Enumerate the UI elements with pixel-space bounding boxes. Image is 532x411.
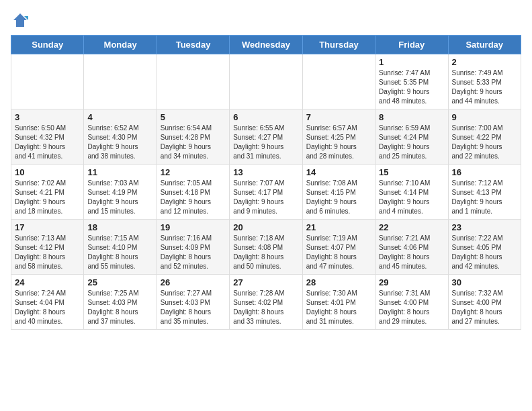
- day-info: Sunrise: 6:50 AM Sunset: 4:32 PM Dayligh…: [15, 124, 80, 161]
- calendar-cell: 2Sunrise: 7:49 AM Sunset: 5:33 PM Daylig…: [448, 54, 521, 109]
- weekday-header: Sunday: [11, 36, 84, 54]
- day-info: Sunrise: 7:49 AM Sunset: 5:33 PM Dayligh…: [452, 68, 517, 106]
- calendar-cell: 28Sunrise: 7:30 AM Sunset: 4:01 PM Dayli…: [302, 275, 375, 330]
- day-number: 14: [306, 167, 371, 177]
- day-info: Sunrise: 6:52 AM Sunset: 4:30 PM Dayligh…: [87, 124, 152, 161]
- calendar-cell: [11, 54, 84, 109]
- calendar-cell: 1Sunrise: 7:47 AM Sunset: 5:35 PM Daylig…: [375, 54, 448, 109]
- calendar-cell: 5Sunrise: 6:54 AM Sunset: 4:28 PM Daylig…: [157, 109, 229, 165]
- day-info: Sunrise: 6:59 AM Sunset: 4:24 PM Dayligh…: [379, 124, 444, 161]
- day-number: 11: [87, 167, 152, 177]
- day-info: Sunrise: 7:03 AM Sunset: 4:19 PM Dayligh…: [87, 179, 152, 216]
- calendar-cell: 13Sunrise: 7:07 AM Sunset: 4:17 PM Dayli…: [230, 165, 302, 220]
- day-info: Sunrise: 6:55 AM Sunset: 4:27 PM Dayligh…: [233, 124, 298, 161]
- day-number: 23: [452, 222, 517, 232]
- calendar-cell: 15Sunrise: 7:10 AM Sunset: 4:14 PM Dayli…: [375, 165, 448, 220]
- day-info: Sunrise: 7:30 AM Sunset: 4:01 PM Dayligh…: [306, 289, 371, 326]
- day-info: Sunrise: 6:54 AM Sunset: 4:28 PM Dayligh…: [161, 124, 226, 161]
- day-number: 2: [452, 57, 517, 67]
- calendar-cell: 8Sunrise: 6:59 AM Sunset: 4:24 PM Daylig…: [375, 109, 448, 165]
- day-number: 27: [233, 277, 298, 287]
- calendar-table: SundayMondayTuesdayWednesdayThursdayFrid…: [11, 35, 521, 330]
- calendar-cell: 17Sunrise: 7:13 AM Sunset: 4:12 PM Dayli…: [11, 220, 84, 275]
- calendar-cell: 14Sunrise: 7:08 AM Sunset: 4:15 PM Dayli…: [302, 165, 375, 220]
- day-info: Sunrise: 6:57 AM Sunset: 4:25 PM Dayligh…: [306, 124, 371, 161]
- calendar-cell: 7Sunrise: 6:57 AM Sunset: 4:25 PM Daylig…: [302, 109, 375, 165]
- day-info: Sunrise: 7:18 AM Sunset: 4:08 PM Dayligh…: [233, 234, 298, 271]
- calendar-cell: 4Sunrise: 6:52 AM Sunset: 4:30 PM Daylig…: [84, 109, 157, 165]
- day-number: 28: [306, 277, 371, 287]
- weekday-header: Saturday: [448, 36, 521, 54]
- calendar-cell: [84, 54, 157, 109]
- calendar-cell: 20Sunrise: 7:18 AM Sunset: 4:08 PM Dayli…: [230, 220, 302, 275]
- calendar-cell: 6Sunrise: 6:55 AM Sunset: 4:27 PM Daylig…: [230, 109, 302, 165]
- calendar-cell: 12Sunrise: 7:05 AM Sunset: 4:18 PM Dayli…: [157, 165, 229, 220]
- calendar-week-row: 24Sunrise: 7:24 AM Sunset: 4:04 PM Dayli…: [11, 275, 521, 330]
- day-number: 30: [452, 277, 517, 287]
- calendar-cell: 19Sunrise: 7:16 AM Sunset: 4:09 PM Dayli…: [157, 220, 229, 275]
- calendar-cell: 3Sunrise: 6:50 AM Sunset: 4:32 PM Daylig…: [11, 109, 84, 165]
- day-number: 10: [15, 167, 80, 177]
- day-number: 5: [161, 112, 226, 122]
- day-info: Sunrise: 7:47 AM Sunset: 5:35 PM Dayligh…: [379, 68, 444, 106]
- weekday-header: Tuesday: [157, 36, 229, 54]
- day-info: Sunrise: 7:28 AM Sunset: 4:02 PM Dayligh…: [233, 289, 298, 326]
- day-number: 8: [379, 112, 444, 122]
- day-number: 3: [15, 112, 80, 122]
- day-number: 16: [452, 167, 517, 177]
- day-number: 1: [379, 57, 444, 67]
- day-info: Sunrise: 7:32 AM Sunset: 4:00 PM Dayligh…: [452, 289, 517, 326]
- day-number: 20: [233, 222, 298, 232]
- calendar-cell: 27Sunrise: 7:28 AM Sunset: 4:02 PM Dayli…: [230, 275, 302, 330]
- day-number: 7: [306, 112, 371, 122]
- calendar-week-row: 10Sunrise: 7:02 AM Sunset: 4:21 PM Dayli…: [11, 165, 521, 220]
- calendar-body: 1Sunrise: 7:47 AM Sunset: 5:35 PM Daylig…: [11, 54, 521, 330]
- day-info: Sunrise: 7:13 AM Sunset: 4:12 PM Dayligh…: [15, 234, 80, 271]
- day-info: Sunrise: 7:24 AM Sunset: 4:04 PM Dayligh…: [15, 289, 80, 326]
- day-number: 19: [161, 222, 226, 232]
- calendar-cell: [302, 54, 375, 109]
- day-info: Sunrise: 7:02 AM Sunset: 4:21 PM Dayligh…: [15, 179, 80, 216]
- calendar-cell: 9Sunrise: 7:00 AM Sunset: 4:22 PM Daylig…: [448, 109, 521, 165]
- day-info: Sunrise: 7:08 AM Sunset: 4:15 PM Dayligh…: [306, 179, 371, 216]
- day-info: Sunrise: 7:25 AM Sunset: 4:03 PM Dayligh…: [87, 289, 152, 326]
- weekday-row: SundayMondayTuesdayWednesdayThursdayFrid…: [11, 36, 521, 54]
- calendar-cell: 30Sunrise: 7:32 AM Sunset: 4:00 PM Dayli…: [448, 275, 521, 330]
- calendar-cell: 24Sunrise: 7:24 AM Sunset: 4:04 PM Dayli…: [11, 275, 84, 330]
- calendar-cell: 16Sunrise: 7:12 AM Sunset: 4:13 PM Dayli…: [448, 165, 521, 220]
- day-number: 13: [233, 167, 298, 177]
- calendar-cell: 26Sunrise: 7:27 AM Sunset: 4:03 PM Dayli…: [157, 275, 229, 330]
- day-number: 9: [452, 112, 517, 122]
- day-number: 21: [306, 222, 371, 232]
- day-info: Sunrise: 7:19 AM Sunset: 4:07 PM Dayligh…: [306, 234, 371, 271]
- day-info: Sunrise: 7:12 AM Sunset: 4:13 PM Dayligh…: [452, 179, 517, 216]
- logo: [11, 11, 32, 30]
- day-info: Sunrise: 7:22 AM Sunset: 4:05 PM Dayligh…: [452, 234, 517, 271]
- calendar-cell: 23Sunrise: 7:22 AM Sunset: 4:05 PM Dayli…: [448, 220, 521, 275]
- calendar-cell: 21Sunrise: 7:19 AM Sunset: 4:07 PM Dayli…: [302, 220, 375, 275]
- weekday-header: Monday: [84, 36, 157, 54]
- day-number: 12: [161, 167, 226, 177]
- day-info: Sunrise: 7:15 AM Sunset: 4:10 PM Dayligh…: [87, 234, 152, 271]
- day-info: Sunrise: 7:10 AM Sunset: 4:14 PM Dayligh…: [379, 179, 444, 216]
- calendar-cell: 11Sunrise: 7:03 AM Sunset: 4:19 PM Dayli…: [84, 165, 157, 220]
- day-info: Sunrise: 7:00 AM Sunset: 4:22 PM Dayligh…: [452, 124, 517, 161]
- day-number: 29: [379, 277, 444, 287]
- calendar-cell: 18Sunrise: 7:15 AM Sunset: 4:10 PM Dayli…: [84, 220, 157, 275]
- calendar-cell: 22Sunrise: 7:21 AM Sunset: 4:06 PM Dayli…: [375, 220, 448, 275]
- day-number: 22: [379, 222, 444, 232]
- calendar-cell: 10Sunrise: 7:02 AM Sunset: 4:21 PM Dayli…: [11, 165, 84, 220]
- day-number: 17: [15, 222, 80, 232]
- calendar-cell: 29Sunrise: 7:31 AM Sunset: 4:00 PM Dayli…: [375, 275, 448, 330]
- day-info: Sunrise: 7:27 AM Sunset: 4:03 PM Dayligh…: [161, 289, 226, 326]
- calendar-week-row: 17Sunrise: 7:13 AM Sunset: 4:12 PM Dayli…: [11, 220, 521, 275]
- day-number: 26: [161, 277, 226, 287]
- day-number: 18: [87, 222, 152, 232]
- day-info: Sunrise: 7:16 AM Sunset: 4:09 PM Dayligh…: [161, 234, 226, 271]
- calendar-cell: [157, 54, 229, 109]
- calendar-cell: 25Sunrise: 7:25 AM Sunset: 4:03 PM Dayli…: [84, 275, 157, 330]
- calendar-week-row: 1Sunrise: 7:47 AM Sunset: 5:35 PM Daylig…: [11, 54, 521, 109]
- day-number: 25: [87, 277, 152, 287]
- day-number: 6: [233, 112, 298, 122]
- day-info: Sunrise: 7:31 AM Sunset: 4:00 PM Dayligh…: [379, 289, 444, 326]
